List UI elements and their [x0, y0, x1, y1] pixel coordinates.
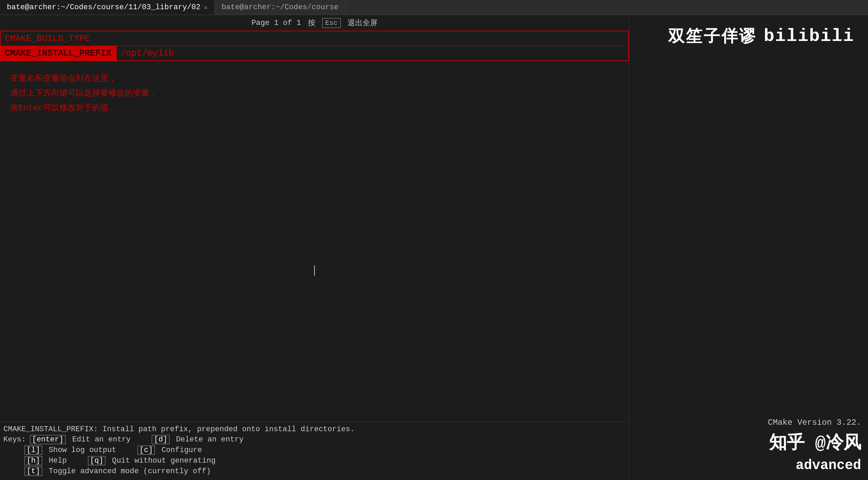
- cursor-area: [0, 119, 629, 422]
- key-h[interactable]: [h]: [25, 456, 42, 465]
- keys-prefix: Keys:: [3, 435, 26, 444]
- tab-inactive[interactable]: bate@archer:~/Codes/course: [215, 0, 346, 15]
- cmake-row-1[interactable]: CMAKE_BUILD_TYPE: [1, 31, 628, 46]
- zhihu-brand: 知乎 @冷风: [769, 431, 861, 454]
- advanced-text: advanced: [796, 458, 861, 473]
- keys-row-3: [h] Help [q] Quit without generating: [3, 456, 626, 465]
- bottom-bar: CMAKE_INSTALL_PREFIX: Install path prefi…: [0, 422, 629, 480]
- key-t[interactable]: [t]: [25, 467, 42, 476]
- text-cursor: [314, 265, 315, 276]
- cmake-install-prefix-name: CMAKE_INSTALL_PREFIX: [1, 46, 117, 60]
- content-area: Page 1 of 1 按 Esc 退出全屏 CMAKE_BUILD_TYPE …: [0, 15, 868, 480]
- keys-row-4: [t] Toggle advanced mode (currently off): [3, 467, 626, 476]
- bilibili-main-text: 双笙子佯谬: [668, 25, 757, 47]
- keys-row-1: Keys: [enter] Edit an entry [d] Delete a…: [3, 435, 626, 444]
- key-d-label: Delete an entry: [172, 435, 244, 444]
- tab-active-label: bate@archer:~/Codes/course/11/03_library…: [7, 3, 201, 12]
- exit-fullscreen-label: 退出全屏: [348, 18, 378, 28]
- key-q[interactable]: [q]: [88, 456, 106, 465]
- bilibili-brand: 双笙子佯谬 bilibili: [636, 22, 861, 50]
- tab-inactive-label: bate@archer:~/Codes/course: [222, 3, 339, 12]
- key-q-label: Quit without generating: [107, 456, 216, 465]
- right-pane: 双笙子佯谬 bilibili CMake Version 3.22. 知乎 @冷…: [629, 15, 868, 480]
- tab-active[interactable]: bate@archer:~/Codes/course/11/03_library…: [0, 0, 215, 15]
- desc-line-3: 按Enter可以修改对于的值: [10, 101, 619, 115]
- key-enter[interactable]: [enter]: [30, 435, 65, 444]
- tab-close-icon[interactable]: ✕: [204, 4, 208, 11]
- desc-line-1: 变量名和变量值会列在这里；: [10, 71, 619, 86]
- page-info: Page 1 of 1: [251, 19, 301, 27]
- description-text: 变量名和变量值会列在这里； 通过上下方向键可以选择要修改的变量； 按Enter可…: [0, 61, 629, 119]
- bottom-brand: CMake Version 3.22. 知乎 @冷风 advanced: [636, 418, 861, 473]
- key-l[interactable]: [l]: [25, 446, 42, 455]
- bilibili-logo-text: bilibili: [764, 26, 854, 46]
- cmake-install-prefix-value: /opt/mylib: [117, 46, 628, 60]
- cmake-version: CMake Version 3.22.: [768, 418, 861, 427]
- cmake-variable-table: CMAKE_BUILD_TYPE CMAKE_INSTALL_PREFIX /o…: [0, 31, 629, 61]
- cmake-row-2[interactable]: CMAKE_INSTALL_PREFIX /opt/mylib: [1, 46, 628, 60]
- left-pane: Page 1 of 1 按 Esc 退出全屏 CMAKE_BUILD_TYPE …: [0, 15, 629, 480]
- tab-bar: bate@archer:~/Codes/course/11/03_library…: [0, 0, 868, 15]
- key-c-label: Configure: [157, 446, 202, 454]
- press-label: 按: [308, 18, 315, 28]
- desc-line-2: 通过上下方向键可以选择要修改的变量；: [10, 86, 619, 101]
- terminal-container: bate@archer:~/Codes/course/11/03_library…: [0, 0, 868, 480]
- key-h-label: Help: [44, 456, 67, 465]
- status-line: CMAKE_INSTALL_PREFIX: Install path prefi…: [3, 425, 626, 434]
- key-d[interactable]: [d]: [152, 435, 170, 444]
- keys-row-2: [l] Show log output [c] Configure: [3, 446, 626, 455]
- esc-key: Esc: [322, 18, 341, 28]
- key-t-label: Toggle advanced mode (currently off): [44, 467, 211, 476]
- header-bar: Page 1 of 1 按 Esc 退出全屏: [0, 15, 629, 31]
- cmake-build-type-value: [117, 31, 628, 46]
- key-l-label: Show log output: [44, 446, 116, 454]
- cmake-build-type-name: CMAKE_BUILD_TYPE: [1, 31, 117, 46]
- key-c[interactable]: [c]: [137, 446, 155, 455]
- key-enter-label: Edit an entry: [68, 435, 131, 444]
